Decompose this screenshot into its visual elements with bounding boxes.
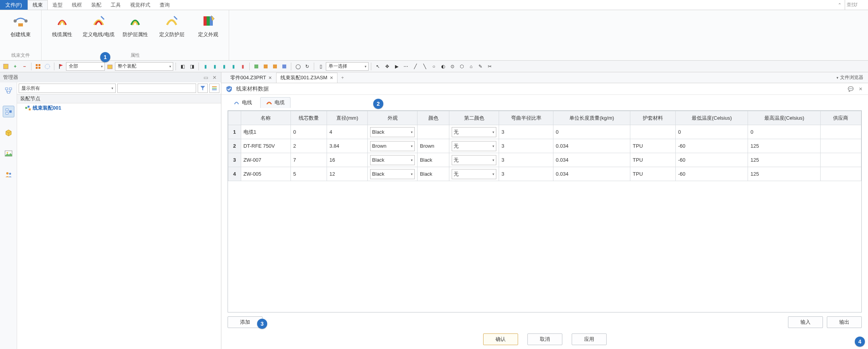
strip-hier-icon[interactable] [3, 106, 14, 117]
ok-button[interactable]: 确认 [483, 333, 518, 345]
tb-generic-icon[interactable]: ▮ [201, 62, 210, 71]
table-cell[interactable]: 电缆1 [241, 125, 290, 139]
table-cell[interactable]: 5 [290, 167, 327, 181]
cancel-button[interactable]: 取消 [527, 333, 562, 345]
filter-combo-2[interactable]: 整个装配 [115, 62, 173, 71]
doc-tab-1[interactable]: 线束装配001.Z3ASM✕ [276, 73, 337, 83]
grid-icon[interactable] [34, 62, 42, 71]
tree-filter-combo[interactable]: 显示所有 [19, 84, 116, 93]
col-header[interactable]: 颜色 [417, 111, 449, 125]
inner-tab-1[interactable]: 电缆 [260, 97, 290, 108]
doc-tab-0[interactable]: 零件004.Z3PRT✕ [226, 73, 276, 83]
plus-icon[interactable]: + [11, 62, 19, 71]
strip-box-icon[interactable] [3, 127, 14, 138]
table-cell[interactable] [820, 139, 861, 153]
new-tab-button[interactable]: + [337, 75, 348, 80]
menu-tab-1[interactable]: 造型 [48, 0, 67, 10]
tb-generic-icon[interactable]: ▮ [220, 62, 228, 71]
col-header[interactable]: 弯曲半径比率 [499, 111, 553, 125]
table-cell[interactable]: ZW-007 [241, 153, 290, 167]
funnel-icon[interactable] [198, 84, 208, 93]
menu-tab-5[interactable]: 视觉样式 [125, 0, 155, 10]
tb-generic-icon[interactable]: ⋯ [402, 62, 410, 71]
line-icon[interactable]: ╱ [411, 62, 419, 71]
table-cell[interactable]: 无▾ [449, 139, 499, 153]
tb-generic-icon[interactable]: ▮ [229, 62, 238, 71]
ribbon-define-shield[interactable]: 定义防护层 [154, 12, 189, 51]
panel-close-icon[interactable]: ✕ [857, 86, 864, 92]
cell-combo[interactable]: 无▾ [452, 155, 496, 165]
table-cell[interactable]: 3 [499, 167, 553, 181]
search-input[interactable]: 查找f [845, 0, 868, 10]
export-button[interactable]: 输出 [827, 316, 862, 328]
select-mode-combo[interactable]: 单一选择 [326, 62, 369, 71]
tb-generic-icon[interactable]: ▮ [210, 62, 219, 71]
file-menu[interactable]: 文件(F) [0, 0, 28, 10]
close-icon[interactable]: ✕ [330, 75, 333, 80]
col-header[interactable]: 名称 [241, 111, 290, 125]
tb-generic-icon[interactable] [261, 62, 270, 71]
table-cell[interactable]: Brown [417, 139, 449, 153]
table-cell[interactable] [820, 153, 861, 167]
col-header[interactable]: 单位长度质量(kg/m) [553, 111, 630, 125]
table-cell[interactable]: 0 [553, 125, 630, 139]
line-icon[interactable]: ╲ [420, 62, 429, 71]
table-row[interactable]: 4ZW-005512Black▾Black无▾30.034TPU-60125 [228, 167, 861, 181]
table-cell[interactable]: Black▾ [368, 125, 417, 139]
tb-generic-icon[interactable]: ◨ [188, 62, 196, 71]
menu-tab-2[interactable]: 线框 [67, 0, 87, 10]
table-cell[interactable]: TPU [630, 139, 676, 153]
cell-combo[interactable]: 无▾ [452, 127, 496, 137]
tb-generic-icon[interactable]: ⌂ [467, 62, 475, 71]
tree-search-input[interactable] [117, 84, 196, 93]
table-cell[interactable]: 无▾ [449, 153, 499, 167]
ribbon-define-appear[interactable]: 定义外观 [191, 12, 226, 51]
table-cell[interactable]: 3 [499, 139, 553, 153]
table-cell[interactable]: Black▾ [368, 167, 417, 181]
tb-generic-icon[interactable]: ◯ [294, 62, 302, 71]
table-cell[interactable]: Black [417, 153, 449, 167]
cell-combo[interactable]: Black▾ [370, 155, 415, 165]
import-button[interactable]: 输入 [788, 316, 823, 328]
strip-users-icon[interactable] [3, 169, 14, 180]
tb-generic-icon[interactable]: ↻ [303, 62, 311, 71]
table-cell[interactable] [417, 125, 449, 139]
table-cell[interactable] [630, 125, 676, 139]
table-cell[interactable]: 3 [499, 153, 553, 167]
col-header[interactable]: 护套材料 [630, 111, 676, 125]
panel-float-icon[interactable]: ▭ [202, 74, 209, 81]
play-icon[interactable]: ▶ [392, 62, 401, 71]
table-cell[interactable]: TPU [630, 153, 676, 167]
tb-generic-icon[interactable]: ✥ [383, 62, 391, 71]
inner-tab-0[interactable]: 电线 [228, 97, 258, 108]
table-row[interactable]: 3ZW-007716Black▾Black无▾30.034TPU-60125 [228, 153, 861, 167]
strip-image-icon[interactable] [3, 148, 14, 159]
apply-button[interactable]: 应用 [572, 333, 607, 345]
table-cell[interactable]: -60 [675, 153, 748, 167]
menu-tab-6[interactable]: 查询 [155, 0, 174, 10]
menu-tab-0[interactable]: 线束 [28, 0, 48, 10]
cell-combo[interactable]: Black▾ [370, 169, 415, 179]
table-cell[interactable]: 无▾ [449, 125, 499, 139]
ribbon-cable-prop[interactable]: 线缆属性 [45, 12, 80, 51]
table-cell[interactable]: -60 [675, 139, 748, 153]
tb-generic-icon[interactable]: ◧ [178, 62, 187, 71]
table-row[interactable]: 2DT-RFE 750V23.84Brown▾Brown无▾30.034TPU-… [228, 139, 861, 153]
col-header[interactable] [228, 111, 241, 125]
table-cell[interactable]: ZW-005 [241, 167, 290, 181]
table-cell[interactable]: -60 [675, 167, 748, 181]
table-row[interactable]: 1电缆104Black▾无▾3000 [228, 125, 861, 139]
ribbon-shield-prop[interactable]: 防护层属性 [118, 12, 153, 51]
tb-generic-icon[interactable]: ⊙ [448, 62, 457, 71]
table-cell[interactable]: 无▾ [449, 167, 499, 181]
table-cell[interactable]: Black▾ [368, 153, 417, 167]
table-cell[interactable]: 0.034 [553, 139, 630, 153]
tree-row-root[interactable]: 线束装配001 [17, 103, 221, 113]
table-cell[interactable]: DT-RFE 750V [241, 139, 290, 153]
col-header[interactable]: 外观 [368, 111, 417, 125]
cell-combo[interactable]: Black▾ [370, 127, 415, 137]
list-icon[interactable] [209, 84, 219, 93]
menu-tab-4[interactable]: 工具 [106, 0, 125, 10]
tb-generic-icon[interactable]: ✂ [485, 62, 494, 71]
tb-generic-icon[interactable] [252, 62, 261, 71]
